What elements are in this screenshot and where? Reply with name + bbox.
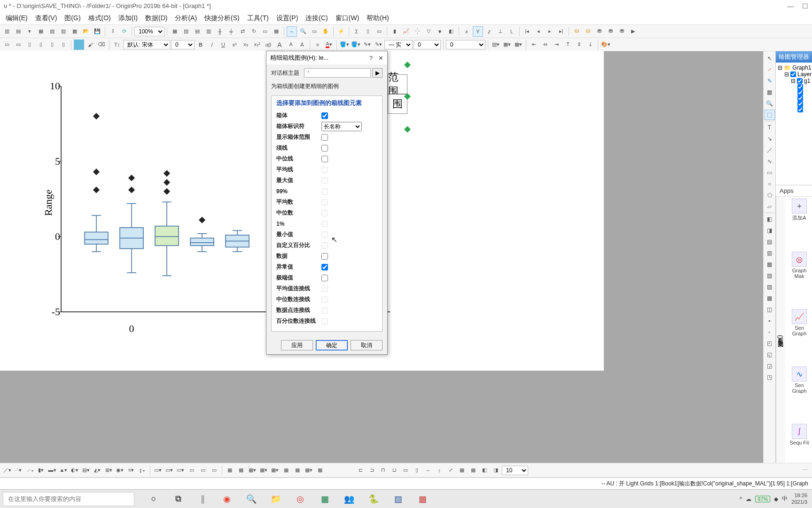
- line-chart-icon[interactable]: 📈: [401, 26, 411, 37]
- nav-last-icon[interactable]: ▸|: [556, 26, 566, 37]
- db4-icon[interactable]: ⛃: [605, 26, 616, 37]
- fill2-icon[interactable]: 🪣▾: [351, 40, 361, 50]
- draw-icon[interactable]: ✎: [765, 76, 775, 86]
- option-checkbox[interactable]: [321, 145, 328, 151]
- roi1-icon[interactable]: ◧: [765, 214, 775, 224]
- bigA-icon[interactable]: A: [274, 40, 285, 50]
- extract-icon[interactable]: ▥: [203, 26, 214, 37]
- teams-icon[interactable]: 👥: [339, 490, 359, 508]
- help-icon[interactable]: ?: [369, 55, 373, 62]
- align7-icon[interactable]: ↔: [423, 465, 433, 476]
- tpl5-icon[interactable]: ▭: [198, 465, 208, 476]
- align6-icon[interactable]: ▯: [412, 465, 422, 476]
- rescale-icon[interactable]: ↔: [287, 26, 297, 37]
- underline-icon[interactable]: U: [218, 40, 228, 50]
- python-icon[interactable]: 🐍: [364, 490, 383, 508]
- tree-group[interactable]: ⊟ g1: [778, 78, 810, 84]
- roi15-icon[interactable]: ◳: [765, 372, 775, 382]
- line-draw-icon[interactable]: ／: [765, 145, 775, 155]
- theme-combo[interactable]: *: [304, 68, 371, 78]
- plot-stat-icon[interactable]: ⊞▾: [103, 465, 114, 476]
- bar-chart-icon[interactable]: ▮: [390, 26, 400, 37]
- sub-icon[interactable]: x₂: [241, 40, 251, 50]
- roi9-icon[interactable]: ◫: [765, 304, 775, 315]
- roi11-icon[interactable]: ▫: [765, 327, 775, 337]
- option-checkbox[interactable]: [321, 253, 328, 260]
- filter2-icon[interactable]: ▼: [435, 26, 445, 37]
- menu-item[interactable]: 设置(P): [273, 12, 302, 24]
- pan-icon[interactable]: ✋: [320, 26, 331, 37]
- tpl4-icon[interactable]: ▭: [187, 465, 197, 476]
- plot-area-icon[interactable]: ▲▾: [58, 465, 69, 476]
- fill-color-icon[interactable]: 🪣▾: [339, 40, 350, 50]
- font-size-combo[interactable]: 0: [171, 40, 195, 49]
- panel-icon[interactable]: ╫: [215, 26, 225, 37]
- option-checkbox[interactable]: [321, 275, 328, 281]
- plot-multi-icon[interactable]: ▤▾: [81, 465, 91, 476]
- layer-icon[interactable]: ▦: [170, 26, 180, 37]
- tree-root[interactable]: ⊟ 📁 Graph1: [778, 64, 810, 71]
- grp8-icon[interactable]: ▦▾: [304, 465, 314, 476]
- tree-item[interactable]: [778, 90, 810, 95]
- t3-icon[interactable]: ▯: [24, 40, 35, 50]
- close-icon[interactable]: ✕: [378, 55, 383, 62]
- region-draw-icon[interactable]: ▱: [765, 201, 775, 212]
- legend-icon[interactable]: ▭: [260, 26, 270, 37]
- theme-menu-button[interactable]: ▶: [372, 68, 383, 78]
- option-checkbox[interactable]: [321, 264, 328, 270]
- onedrive-icon[interactable]: ☁: [746, 496, 751, 502]
- new-layout-icon[interactable]: ▩: [70, 26, 80, 37]
- line-style-combo[interactable]: — 实: [384, 40, 413, 49]
- grp5-icon[interactable]: ▦▾: [270, 465, 280, 476]
- plot-line-icon[interactable]: ／▾: [2, 465, 12, 476]
- tree-item[interactable]: [778, 101, 810, 107]
- line-color2-icon[interactable]: ✎▾: [373, 40, 383, 50]
- speedmode-icon[interactable]: ⚡: [336, 26, 346, 37]
- grid-icon[interactable]: ▦▾: [513, 40, 523, 50]
- menu-item[interactable]: 添加(I): [115, 12, 141, 24]
- align11-icon[interactable]: ▦: [468, 465, 478, 476]
- plot-column-icon[interactable]: ▮▾: [36, 465, 46, 476]
- plot-contour-icon[interactable]: ◉▾: [115, 465, 125, 476]
- option-checkbox[interactable]: [321, 134, 328, 141]
- new-workbook-icon[interactable]: ▤: [13, 26, 23, 37]
- align5-icon[interactable]: ▭: [400, 465, 411, 476]
- import-icon[interactable]: ⇩: [108, 26, 118, 37]
- bold-icon[interactable]: B: [195, 40, 206, 50]
- roi10-icon[interactable]: ▪: [765, 316, 775, 326]
- minimize-icon[interactable]: —: [787, 2, 794, 10]
- plot-spec-icon[interactable]: ≡▾: [126, 465, 136, 476]
- app-item[interactable]: 📈Sen Graph: [787, 309, 812, 365]
- align10-icon[interactable]: ▦: [457, 465, 467, 476]
- pointer-icon[interactable]: ↖: [765, 53, 775, 64]
- t4-icon[interactable]: ▯: [36, 40, 46, 50]
- text-tool-icon[interactable]: T↕: [112, 40, 122, 50]
- menu-item[interactable]: 帮助(H): [363, 12, 392, 24]
- grp1-icon[interactable]: ▦: [225, 465, 235, 476]
- line-width-combo[interactable]: 0: [414, 40, 441, 49]
- arrow-b-icon[interactable]: ⤓: [585, 40, 595, 50]
- tree-item[interactable]: [778, 95, 810, 101]
- overbar-icon[interactable]: Ā: [297, 40, 307, 50]
- menu-item[interactable]: 分析(A): [171, 12, 201, 24]
- line-width2-combo[interactable]: 0: [446, 40, 485, 49]
- menu-item[interactable]: 窗口(W): [332, 12, 363, 24]
- error-icon[interactable]: ⊥: [495, 26, 506, 37]
- grp2-icon[interactable]: ▦: [236, 465, 246, 476]
- db-icon[interactable]: ⛁: [571, 26, 582, 37]
- roi6-icon[interactable]: ▧: [765, 270, 775, 281]
- menu-item[interactable]: 查看(V): [31, 12, 61, 24]
- roi2-icon[interactable]: ◨: [765, 225, 775, 236]
- arrow-r-icon[interactable]: ⇥: [551, 40, 562, 50]
- paste-format-icon[interactable]: ▭: [13, 40, 23, 50]
- new-matrix-icon[interactable]: ▨: [58, 26, 69, 37]
- save-icon[interactable]: 💾: [92, 26, 102, 37]
- roi8-icon[interactable]: ▩: [765, 293, 775, 303]
- plot-3d-icon[interactable]: ◭▾: [92, 465, 102, 476]
- arrow-l-icon[interactable]: ⇤: [529, 40, 539, 50]
- t6-icon[interactable]: ▯: [58, 40, 69, 50]
- project-tree[interactable]: ⊟ 📁 Graph1 ⊟ Layer ⊟ g1: [776, 63, 812, 185]
- option-select[interactable]: 长名称: [321, 122, 362, 131]
- arrow-t-icon[interactable]: ⤒: [562, 40, 573, 50]
- x-axis-icon[interactable]: x: [461, 26, 472, 37]
